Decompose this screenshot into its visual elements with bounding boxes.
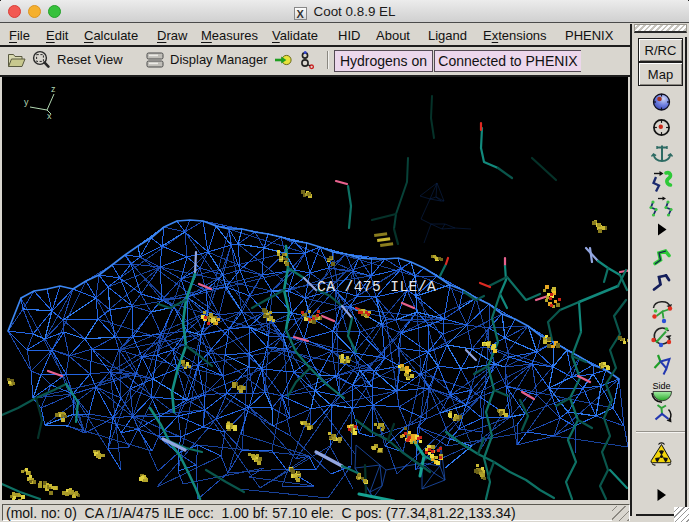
svg-text:z: z: [51, 84, 56, 94]
svg-text:x: x: [47, 111, 52, 121]
svg-text:y: y: [24, 97, 29, 107]
svg-text:Side: Side: [652, 381, 670, 391]
svg-text:CA /475 ILE/A: CA /475 ILE/A: [317, 279, 436, 295]
